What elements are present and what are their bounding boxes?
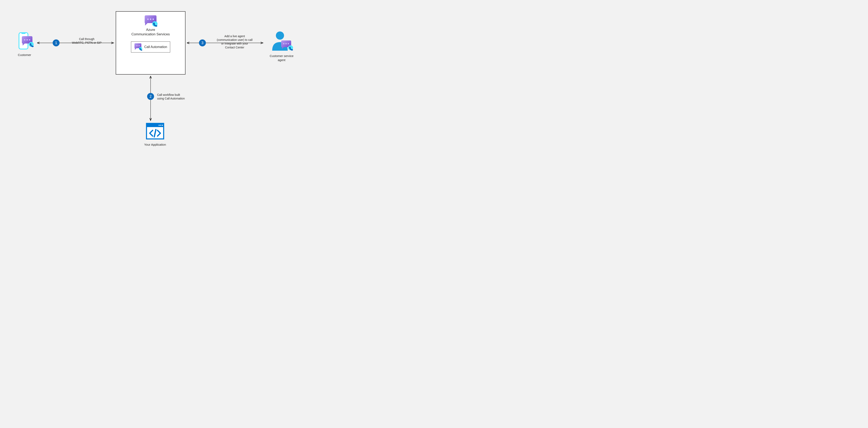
customer-label: Customer	[12, 53, 37, 57]
svg-point-17	[288, 43, 289, 44]
agent-label-1: Customer service	[263, 54, 300, 58]
svg-point-12	[139, 45, 140, 46]
acs-icon	[144, 15, 158, 28]
node-customer: Customer	[12, 32, 37, 57]
app-icon	[146, 122, 164, 141]
acs-title-2: Communication Services	[131, 32, 170, 36]
call-automation-label: Call Automation	[144, 45, 167, 49]
step-badge-2: 2	[147, 93, 154, 100]
agent-icon	[269, 31, 294, 53]
svg-point-23	[162, 125, 163, 126]
acs-title-1: Azure	[146, 28, 155, 32]
edge-label-2: Call workflow built using Call Automatio…	[157, 93, 194, 100]
node-app: Your Application	[139, 122, 172, 147]
step-badge-1: 1	[53, 39, 60, 47]
step-badge-3: 3	[199, 39, 206, 47]
svg-point-14	[276, 31, 284, 40]
svg-point-8	[153, 19, 154, 20]
call-automation-icon	[134, 43, 142, 51]
svg-point-10	[136, 45, 137, 46]
svg-point-4	[29, 39, 30, 40]
svg-point-7	[150, 19, 151, 20]
svg-point-22	[160, 125, 161, 126]
svg-point-16	[285, 43, 287, 44]
customer-icon	[15, 32, 34, 52]
svg-point-2	[24, 39, 25, 40]
svg-point-3	[27, 39, 28, 40]
svg-point-15	[283, 43, 284, 44]
node-agent: Customer service agent	[263, 31, 300, 62]
svg-point-11	[137, 45, 138, 46]
svg-point-6	[147, 19, 149, 20]
app-label: Your Application	[139, 143, 172, 147]
call-automation-box: Call Automation	[131, 41, 170, 53]
edge-label-3: Add a live agent (communication user) to…	[212, 34, 257, 49]
node-acs: Azure Communication Services Call Automa…	[116, 11, 185, 75]
svg-rect-1	[22, 33, 26, 34]
edge-label-1: Call through WebRTC, PSTN or SIP	[67, 37, 106, 45]
svg-point-21	[159, 125, 160, 126]
agent-label-2: agent	[263, 58, 300, 62]
